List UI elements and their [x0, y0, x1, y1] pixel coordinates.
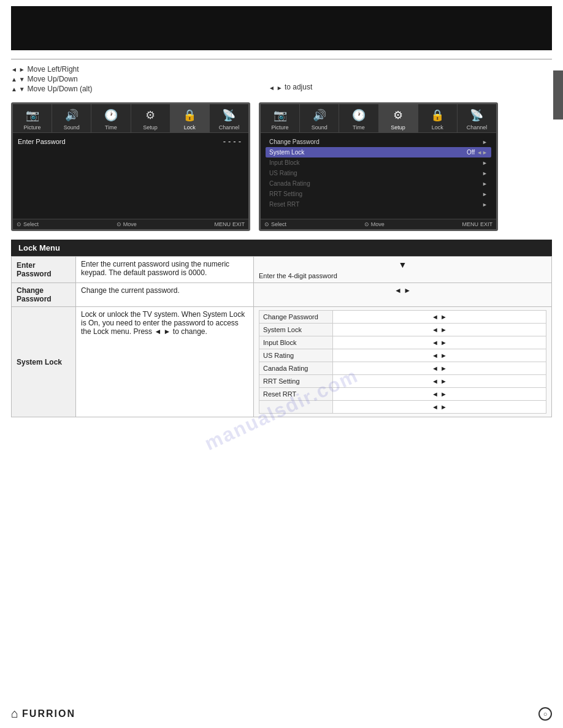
tv-status-move: ⊙Move [364, 221, 385, 227]
side-tab [553, 70, 563, 119]
sub-action-0: ◄ ► [333, 311, 546, 324]
table-col-desc-2: Lock or unlock the TV system. When Syste… [76, 307, 254, 417]
tv-menu-item-channel-1[interactable]: 📡Channel [210, 104, 248, 132]
tv-menu-row-3: US Rating► [266, 168, 491, 178]
tv-menu-row-0[interactable]: Change Password► [266, 137, 491, 147]
tv-menu-icon-picture: 📷 [271, 107, 289, 123]
table-col-desc-1: Change the current password. [76, 283, 254, 307]
table-col-action-1: ◄ ► [254, 283, 552, 307]
tv-menu-item-channel-2[interactable]: 📡Channel [458, 104, 496, 132]
tv-menu-row-arrow-0: ► [482, 139, 488, 145]
tv-status-label-move: Move [123, 221, 137, 227]
tv-menu-item-setup-2[interactable]: ⚙Setup [379, 104, 418, 132]
table-col-action-0: ▼Enter the 4-digit password [254, 257, 552, 283]
action-arrow-0: ▼ [259, 260, 546, 270]
action-arrows-1: ◄ ► [259, 286, 546, 295]
sub-row-4: Canada Rating◄ ► [259, 362, 546, 375]
tv-status-bar-1: ⊙Select⊙MoveMENUEXIT [13, 219, 248, 229]
tv-status-label-select: Select [23, 221, 39, 227]
tv-menu-label-picture: Picture [272, 124, 289, 131]
sub-action-2: ◄ ► [333, 336, 546, 349]
tv-content-1: Enter Password---- [13, 133, 248, 219]
tv-menu-icon-picture: 📷 [23, 107, 42, 123]
nav-desc-2: Move Up/Down [28, 74, 95, 84]
sub-label-1: System Lock [259, 324, 333, 336]
tv-menu-label-channel: Channel [219, 124, 240, 131]
table-row-1: Change PasswordChange the current passwo… [12, 283, 552, 307]
tv-status-icon-move: ⊙ [117, 221, 121, 227]
tv-menu-label-time: Time [353, 124, 365, 131]
arrow-ud-1: ▲ ▼ [11, 76, 25, 83]
tv-menu-row-label-3: US Rating [269, 170, 480, 176]
tv-menu-bar-2: 📷Picture🔊Sound🕐Time⚙Setup🔒Lock📡Channel [261, 104, 496, 133]
tv-menu-label-sound: Sound [64, 124, 80, 131]
tv-menu-row-label-0: Change Password [269, 138, 480, 145]
tv-menu-item-time-1[interactable]: 🕐Time [91, 104, 131, 132]
tv-menu-icon-channel: 📡 [220, 107, 238, 123]
arrow-lr-1: ◄ ► [11, 66, 25, 73]
tv-menu-icon-channel: 📡 [467, 107, 486, 123]
tv-menu-icon-lock: 🔒 [180, 107, 199, 123]
tv-menu-bar-1: 📷Picture🔊Sound🕐Time⚙Setup🔒Lock📡Channel [13, 104, 248, 133]
nav-right-arrows: ◄ ► [269, 85, 283, 91]
tv-menu-item-picture-1[interactable]: 📷Picture [13, 104, 52, 132]
tv-menu-item-time-2[interactable]: 🕐Time [339, 104, 378, 132]
tv-status-icon-select: ⊙ [264, 221, 269, 227]
tv-menu-row-arrow-6: ► [482, 202, 488, 208]
tv-menu-item-sound-1[interactable]: 🔊Sound [52, 104, 91, 132]
tv-menu-label-channel: Channel [467, 124, 488, 131]
tv-screen-2: 📷Picture🔊Sound🕐Time⚙Setup🔒Lock📡ChannelCh… [259, 102, 498, 231]
tv-menu-row-2: Input Block► [266, 157, 491, 168]
tv-menu-row-label-2: Input Block [269, 159, 480, 166]
tv-menu-label-time: Time [105, 124, 117, 131]
tv-menu-icon-lock: 🔒 [428, 107, 446, 123]
tv-menu-row-value-1: Off [467, 149, 475, 156]
tv-menu-item-setup-1[interactable]: ⚙Setup [131, 104, 170, 132]
tv-menu-item-lock-1[interactable]: 🔒Lock [170, 104, 210, 132]
sub-label-7 [259, 401, 333, 414]
sub-action-4: ◄ ► [333, 362, 546, 375]
table-col-name-2: System Lock [12, 307, 76, 417]
tv-menu-row-arrow-4: ► [482, 181, 488, 187]
tv-status-move: ⊙Move [117, 221, 137, 227]
tv-menu-icon-time: 🕐 [350, 107, 368, 123]
sub-action-7: ◄ ► [333, 401, 546, 414]
nav-right: ◄ ► to adjust [269, 64, 552, 94]
tv-menu-row-6: Reset RRT► [266, 199, 491, 210]
footer-logo: ⌂ FURRION [11, 707, 75, 721]
sub-label-4: Canada Rating [259, 362, 333, 375]
tv-status-label-exit: EXIT [232, 221, 245, 227]
arrow-ud-2: ▲ ▼ [11, 86, 25, 93]
table-col-name-0: Enter Password [12, 257, 76, 283]
tv-menu-icon-sound: 🔊 [310, 107, 329, 123]
tv-menu-row-1[interactable]: System LockOff◄► [266, 147, 491, 157]
tv-menu-label-setup: Setup [143, 124, 158, 131]
tv-menu-row-arrow-3: ► [482, 170, 488, 176]
tv-menu-label-lock: Lock [432, 124, 443, 131]
sub-row-5: RRT Setting◄ ► [259, 375, 546, 388]
tv-menu-item-lock-2[interactable]: 🔒Lock [418, 104, 458, 132]
tv-status-icon-move: ⊙ [364, 221, 369, 227]
table-col-desc-0: Enter the current password using the num… [76, 257, 254, 283]
tv-status-exit: MENUEXIT [462, 221, 492, 227]
section-rule [11, 59, 552, 59]
table-row-0: Enter PasswordEnter the current password… [12, 257, 552, 283]
tv-enter-password: Enter Password---- [18, 137, 243, 146]
tv-menu-icon-setup: ⚙ [141, 107, 159, 123]
tv-password-dashes: ---- [223, 137, 243, 146]
nav-right-desc: to adjust [285, 83, 312, 91]
logo-text: FURRION [22, 708, 75, 719]
tv-menu-row-label-1: System Lock [269, 149, 467, 156]
sub-row-6: Reset RRT◄ ► [259, 388, 546, 401]
tv-status-icon-exit: MENU [214, 221, 231, 227]
tv-menu-item-sound-2[interactable]: 🔊Sound [300, 104, 339, 132]
sub-label-6: Reset RRT [259, 388, 333, 401]
tv-menu-item-picture-2[interactable]: 📷Picture [261, 104, 300, 132]
sub-label-5: RRT Setting [259, 375, 333, 388]
sub-row-3: US Rating◄ ► [259, 349, 546, 362]
sub-label-3: US Rating [259, 349, 333, 362]
tv-status-label-move: Move [371, 221, 385, 227]
table-col-action-2: Change Password◄ ►System Lock◄ ►Input Bl… [254, 307, 552, 417]
sub-action-1: ◄ ► [333, 324, 546, 336]
nav-desc-1: Move Left/Right [28, 64, 95, 74]
